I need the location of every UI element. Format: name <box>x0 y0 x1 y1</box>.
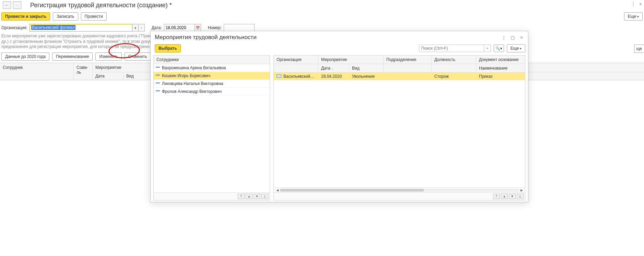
save-button[interactable]: Записать <box>53 12 78 21</box>
col-dol-sub <box>432 64 476 72</box>
employees-header[interactable]: Сотрудники <box>154 56 270 64</box>
nav-forward-button[interactable]: → <box>13 1 21 9</box>
employee-name: Кошкин Игорь Борисович <box>162 73 210 78</box>
events-modal: Мероприятия трудовой деятельности ⋮ ▢ × … <box>150 31 528 202</box>
org-input[interactable]: Васильевский филиал <box>30 24 132 32</box>
more-button[interactable]: Еще <box>624 12 643 21</box>
edge-more-button[interactable]: ще <box>634 45 644 53</box>
number-label: Номер: <box>208 25 222 30</box>
ev-down-button[interactable]: ▼ <box>509 194 516 199</box>
col-vid2[interactable]: Вид <box>349 64 384 72</box>
events-panel: Организация Мероприятие Подразделение До… <box>273 55 525 200</box>
employee-row[interactable]: Кошкин Игорь Борисович <box>154 72 270 80</box>
col-org[interactable]: Организация <box>274 56 318 64</box>
employee-name: Фролов Александр Викторович <box>162 89 222 94</box>
events-list: Васильевский фи...28.04.2020УвольнениеСт… <box>274 73 525 187</box>
employee-icon <box>156 90 160 91</box>
col-podr[interactable]: Подразделение <box>384 56 432 64</box>
modal-close-icon[interactable]: × <box>518 35 525 40</box>
search-clear-button[interactable]: × <box>484 45 491 52</box>
col-date[interactable]: Дата <box>93 72 124 80</box>
event-row[interactable]: Васильевский фи...28.04.2020УвольнениеСт… <box>274 73 525 80</box>
employee-row[interactable]: Вахромешина Арина Витальевна <box>154 64 270 72</box>
col-org-sub <box>274 64 318 72</box>
ev-last-button[interactable]: ⤓ <box>517 194 524 199</box>
page-title: Регистрация трудовой деятельности (созда… <box>30 2 172 9</box>
edit-button[interactable]: Изменить <box>95 52 121 61</box>
col-event2[interactable]: Мероприятие <box>318 56 384 64</box>
ev-first-button[interactable]: ⤒ <box>493 194 500 199</box>
search-button[interactable]: 🔍▾ <box>494 45 504 52</box>
col-naim[interactable]: Наименование <box>476 64 525 72</box>
scroll-left-icon[interactable]: ◀ <box>275 188 279 192</box>
cancel-button[interactable]: Отменить <box>125 52 151 61</box>
number-input[interactable] <box>224 24 255 32</box>
post-button[interactable]: Провести <box>81 12 107 21</box>
modal-more-button[interactable]: Еще <box>507 44 525 52</box>
col-podr-sub <box>384 64 432 72</box>
employee-icon <box>156 67 160 68</box>
employees-list: Вахромешина Арина ВитальевнаКошкин Игорь… <box>154 64 270 192</box>
org-dropdown-button[interactable]: ▾ <box>132 24 139 32</box>
employee-icon <box>156 75 160 75</box>
employees-panel: Сотрудники Вахромешина Арина ВитальевнаК… <box>153 55 270 200</box>
rename-button[interactable]: Переименование <box>52 52 93 61</box>
ev-up-button[interactable]: ▲ <box>501 194 508 199</box>
employee-row[interactable]: Фролов Александр Викторович <box>154 88 270 96</box>
col-dol[interactable]: Должность <box>432 56 476 64</box>
emp-down-button[interactable]: ▼ <box>254 194 260 199</box>
date-input[interactable] <box>164 24 195 32</box>
close-icon[interactable]: × <box>639 1 642 7</box>
card-icon <box>277 74 281 78</box>
emp-last-button[interactable]: ⤓ <box>261 194 268 199</box>
emp-first-button[interactable]: ⤒ <box>238 194 245 199</box>
employee-name: Лиховцева Наталья Викторовна <box>162 81 223 86</box>
search-input[interactable] <box>419 45 484 52</box>
pre2020-button[interactable]: Данные до 2020 года <box>1 52 49 61</box>
modal-maximize-icon[interactable]: ▢ <box>510 35 516 40</box>
scroll-right-icon[interactable]: ▶ <box>519 188 524 192</box>
modal-select-button[interactable]: Выбрать <box>155 44 181 52</box>
employee-row[interactable]: Лиховцева Наталья Викторовна <box>154 80 270 88</box>
org-label: Организация: <box>1 25 27 30</box>
kebab-icon[interactable]: ⋮ <box>631 1 636 7</box>
emp-up-button[interactable]: ▲ <box>246 194 253 199</box>
employee-name: Вахромешина Арина Витальевна <box>162 65 226 70</box>
modal-title: Мероприятия трудовой деятельности <box>155 34 498 41</box>
col-employee[interactable]: Сотрудник <box>0 63 74 80</box>
date-label: Дата: <box>152 25 162 30</box>
date-picker-button[interactable]: 📅 <box>195 24 201 32</box>
events-hscroll[interactable]: ◀ ▶ <box>274 187 525 192</box>
modal-kebab-icon[interactable]: ⋮ <box>501 35 507 40</box>
employee-icon <box>156 83 160 83</box>
nav-back-button[interactable]: ← <box>3 1 11 9</box>
org-open-button[interactable]: ▫ <box>139 24 145 32</box>
col-sovm[interactable]: Совм-ль <box>74 63 93 80</box>
col-date2[interactable]: Дата↓ <box>318 64 349 72</box>
col-doc[interactable]: Документ основание <box>476 56 525 64</box>
post-and-close-button[interactable]: Провести и закрыть <box>1 12 50 21</box>
